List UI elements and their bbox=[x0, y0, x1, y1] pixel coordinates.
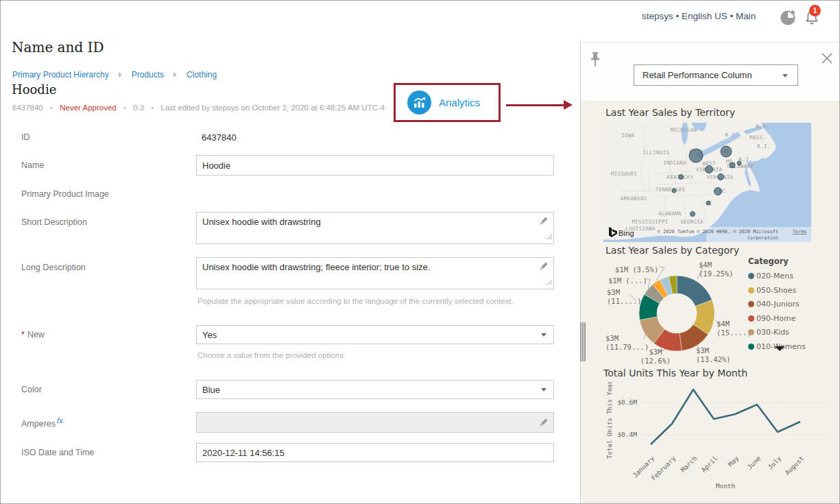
svg-text:Bing: Bing bbox=[619, 229, 634, 237]
line-chart-title: Total Units This Year by Month bbox=[603, 368, 747, 379]
pin-button[interactable] bbox=[589, 51, 603, 68]
callout-arrow-head bbox=[564, 100, 573, 110]
svg-text:ARKANSAS: ARKANSAS bbox=[621, 195, 647, 202]
field-label-primary-product-image: Primary Product Image bbox=[21, 189, 186, 199]
required-marker: * bbox=[21, 330, 25, 339]
pin-icon bbox=[589, 51, 601, 68]
legend-item[interactable]: 090-Home bbox=[748, 314, 837, 323]
color-dropdown[interactable]: Blue bbox=[196, 380, 554, 399]
bubble-tennessee bbox=[672, 189, 676, 193]
legend-item[interactable]: 030-Kids bbox=[748, 328, 837, 337]
name-input[interactable]: Hoodie bbox=[196, 155, 554, 176]
edit-pencil-icon[interactable] bbox=[539, 261, 549, 274]
legend-item[interactable]: 040-Juniors bbox=[748, 300, 837, 309]
terms-link[interactable]: Terms bbox=[793, 229, 806, 235]
map-chart-title: Last Year Sales by Territory bbox=[605, 107, 735, 118]
legend-item[interactable]: 010-Womens bbox=[748, 342, 837, 351]
donut-label-womens: $3M (11....) bbox=[607, 288, 642, 306]
breadcrumb-link-hierarchy[interactable]: Primary Product Hierarchy bbox=[12, 70, 109, 80]
recent-changes-button[interactable] bbox=[779, 9, 797, 27]
revision-number: 0.3 bbox=[133, 104, 144, 112]
chevron-down-icon bbox=[541, 388, 547, 392]
field-label-long-description: Long Description bbox=[21, 263, 186, 272]
breadcrumb-link-clothing[interactable]: Clothing bbox=[187, 70, 217, 80]
bubble-west-virginia bbox=[706, 166, 713, 173]
donut-chart-title: Last Year Sales by Category bbox=[605, 245, 739, 256]
analytics-button-label[interactable]: Analytics bbox=[439, 97, 480, 108]
slice-020-mens bbox=[677, 276, 712, 307]
edit-pencil-icon[interactable] bbox=[539, 216, 549, 228]
svg-text:MISSOURI: MISSOURI bbox=[611, 171, 638, 177]
svg-text:August: August bbox=[783, 455, 805, 477]
user-context-switcher[interactable]: stepsys • English US • Main bbox=[642, 11, 758, 21]
analytics-chart-icon bbox=[412, 95, 427, 110]
legend-item[interactable]: 050-Shoes bbox=[748, 286, 837, 295]
application-window: stepsys • English US • Main 1 Name and I… bbox=[0, 0, 840, 504]
svg-text:© 2020 TomTom © 2020 HERE, © 2: © 2020 TomTom © 2020 HERE, © 2020 Micros… bbox=[658, 229, 778, 235]
short-description-textarea[interactable]: Unisex hoodie with drawstring bbox=[196, 212, 554, 244]
last-edited-text: Last edited by stepsys on October 2, 202… bbox=[161, 104, 385, 112]
new-dropdown[interactable]: Yes bbox=[196, 325, 554, 344]
bubble-maryland bbox=[730, 163, 735, 168]
svg-text:MASS.: MASS. bbox=[749, 134, 766, 141]
donut-label-kids: $3M (11.79...) bbox=[605, 334, 649, 352]
svg-text:ALABAMA: ALABAMA bbox=[658, 211, 682, 217]
product-id: 6437840 bbox=[12, 104, 43, 112]
notification-count-badge[interactable]: 1 bbox=[809, 5, 821, 16]
dashboard-selector-dropdown[interactable]: Retail Performance Column bbox=[634, 64, 798, 86]
breadcrumb-separator-icon bbox=[173, 72, 177, 77]
bubble-south-carolina bbox=[706, 201, 710, 205]
category-legend: Category 020-Mens 050-Shoes 040-Juniors … bbox=[748, 256, 837, 356]
bubble-kentucky bbox=[679, 175, 684, 180]
approval-status: Never Approved bbox=[60, 104, 116, 112]
legend-dot bbox=[748, 315, 754, 322]
field-label-iso-datetime: ISO Date and Time bbox=[21, 448, 186, 457]
bubble-georgia bbox=[691, 212, 695, 217]
x-axis-labels: January February March April May June Ju… bbox=[631, 454, 805, 481]
field-label-short-description: Short Description bbox=[21, 217, 186, 227]
donut-slices[interactable] bbox=[639, 276, 715, 351]
svg-text:March: March bbox=[679, 455, 698, 474]
x-axis-title: Month bbox=[716, 482, 736, 490]
analytics-callout-box: Analytics bbox=[394, 83, 501, 122]
units-line-series bbox=[651, 389, 800, 444]
edit-pencil-icon[interactable] bbox=[539, 418, 549, 431]
analytics-button[interactable] bbox=[407, 91, 431, 115]
legend-more-caret-icon[interactable] bbox=[775, 346, 784, 351]
product-title: Hoodie bbox=[12, 82, 56, 97]
territory-sales-map[interactable]: IOWA MICHIGAN N.H. N.Y. MASS. R.I. ILLIN… bbox=[603, 123, 811, 242]
field-label-new: *New bbox=[21, 330, 186, 339]
svg-text:IOWA: IOWA bbox=[621, 132, 634, 139]
svg-text:GEORGIA: GEORGIA bbox=[680, 219, 704, 225]
history-icon bbox=[779, 9, 797, 27]
close-icon bbox=[820, 51, 834, 65]
breadcrumb-link-products[interactable]: Products bbox=[132, 70, 164, 80]
donut-label-juniors: $3M (13.42%) bbox=[696, 346, 731, 364]
chevron-down-icon bbox=[782, 74, 788, 77]
long-description-textarea[interactable]: Unisex hoodie with drawstring; fleece in… bbox=[196, 257, 554, 289]
close-panel-button[interactable] bbox=[820, 51, 834, 65]
field-label-color: Color bbox=[21, 385, 186, 394]
svg-text:Corporation: Corporation bbox=[747, 235, 778, 241]
analytics-panel-header: Retail Performance Column bbox=[581, 43, 840, 101]
legend-item[interactable]: 020-Mens bbox=[748, 272, 837, 280]
legend-title: Category bbox=[748, 256, 837, 266]
bubble-virginia bbox=[718, 174, 724, 180]
units-by-month-line-chart[interactable]: $0.6M $0.4M Total Units This Year Januar… bbox=[591, 382, 831, 502]
legend-dot bbox=[748, 344, 754, 350]
svg-text:TENNESSEE: TENNESSEE bbox=[656, 187, 686, 193]
bubble-ohio bbox=[689, 149, 703, 163]
donut-label-mens: $4M (19.25%) bbox=[699, 261, 734, 278]
breadcrumb: Primary Product HierarchyProductsClothin… bbox=[12, 70, 217, 80]
y-axis-title: Total Units This Year bbox=[606, 382, 613, 459]
field-label-amperes: Amperesfx bbox=[21, 417, 186, 429]
svg-text:ILLINOIS: ILLINOIS bbox=[643, 149, 670, 156]
new-helper: Choose a value from the provided options… bbox=[197, 351, 555, 359]
svg-text:MICHIGAN: MICHIGAN bbox=[671, 127, 697, 133]
resize-grip-icon[interactable] bbox=[547, 231, 553, 243]
resize-grip-icon[interactable] bbox=[547, 276, 553, 288]
svg-text:May: May bbox=[726, 454, 740, 468]
amperes-field bbox=[196, 412, 554, 433]
long-description-helper: Populate the appropriate value according… bbox=[197, 297, 555, 305]
iso-datetime-input[interactable]: 2020-12-11 14:56:15 bbox=[196, 443, 554, 462]
